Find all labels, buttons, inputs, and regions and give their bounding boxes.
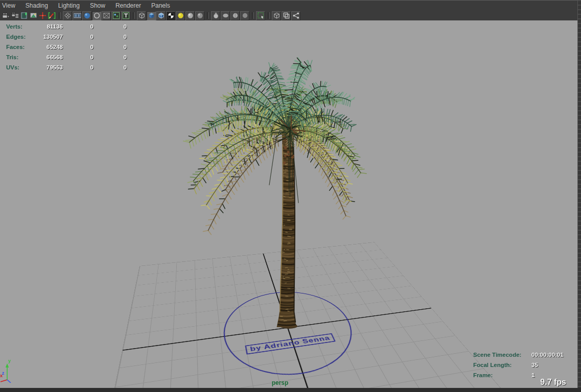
menu-lighting[interactable]: Lighting	[53, 1, 85, 10]
film-gate-icon[interactable]	[63, 11, 72, 20]
frame-brackets-icon[interactable]	[48, 11, 56, 20]
menu-renderer[interactable]: Renderer	[110, 1, 146, 10]
bookmarks-icon[interactable]	[20, 11, 29, 20]
fps-readout: 9.7 fps	[540, 378, 566, 387]
panel-header: ViewShadingLightingShowRendererPanels	[0, 0, 581, 20]
anti-aliasing-icon[interactable]	[240, 11, 249, 20]
camera-info-hud: Scene Timecode:00:00:00:01Focal Length:3…	[473, 350, 564, 380]
image-plane-icon[interactable]	[29, 11, 38, 20]
textured-display-icon[interactable]	[166, 11, 175, 20]
poly-count-total: 81136	[34, 21, 63, 32]
poly-count-total: 130507	[34, 32, 63, 42]
use-all-lights-icon[interactable]	[176, 11, 185, 20]
camera-info-label: Frame:	[473, 370, 531, 380]
camera-info-value: 1	[531, 372, 534, 378]
poly-count-col3: 0	[94, 52, 127, 62]
toolbar-separator	[252, 12, 254, 19]
poly-count-total: 79553	[34, 62, 63, 72]
toolbar	[0, 10, 581, 21]
camera-info-value: 35	[531, 362, 538, 368]
poly-count-row: UVs:7955300	[6, 62, 127, 72]
menu-panels[interactable]: Panels	[146, 1, 175, 10]
menubar: ViewShadingLightingShowRendererPanels	[0, 1, 581, 10]
camera-pivot-icon[interactable]	[38, 11, 47, 20]
shadows-icon[interactable]	[211, 11, 220, 20]
menu-view[interactable]: View	[0, 1, 20, 10]
motion-blur-icon[interactable]	[230, 11, 240, 20]
xray-icon[interactable]	[272, 11, 281, 20]
default-lighting-icon[interactable]	[185, 11, 195, 20]
poly-count-hud: Verts:8113600Edges:13050700Faces:6524800…	[6, 21, 127, 72]
select-camera-icon[interactable]	[2, 11, 10, 20]
poly-count-label: Verts:	[6, 21, 34, 32]
camera-info-row: Scene Timecode:00:00:00:01	[473, 350, 564, 360]
gate-mask-icon[interactable]	[102, 11, 111, 20]
poly-count-total: 66568	[34, 52, 63, 62]
poly-count-col2: 0	[63, 21, 94, 32]
poly-count-col2: 0	[63, 52, 94, 62]
poly-count-col2: 0	[63, 32, 94, 42]
plugin-shading-icon[interactable]	[291, 11, 300, 20]
poly-count-col3: 0	[94, 21, 127, 32]
poly-count-row: Edges:13050700	[6, 32, 127, 42]
ground-grid: by Adriano Senna	[86, 242, 540, 388]
xray-components-icon[interactable]	[282, 11, 291, 20]
poly-count-label: Faces:	[6, 42, 34, 52]
field-chart-icon[interactable]	[111, 11, 121, 20]
wireframe-on-shaded-icon[interactable]	[156, 11, 166, 20]
window-bottom-border	[0, 388, 581, 392]
poly-count-label: UVs:	[6, 62, 34, 72]
camera-info-label: Scene Timecode:	[473, 350, 531, 360]
poly-count-col3: 0	[94, 32, 127, 42]
poly-count-row: Faces:6524800	[6, 42, 127, 52]
perspective-viewport[interactable]: by Adriano Senna Verts:8113600Edges:1305…	[0, 20, 577, 388]
camera-info-label: Focal Length:	[473, 360, 531, 370]
poly-count-row: Tris:6656800	[6, 52, 127, 62]
poly-count-col2: 0	[63, 62, 94, 72]
poly-count-total: 65248	[34, 42, 63, 52]
nurbs-circle-curve[interactable]	[220, 286, 371, 385]
menu-shading[interactable]: Shading	[20, 1, 53, 10]
menu-show[interactable]: Show	[85, 1, 110, 10]
flat-lighting-icon[interactable]	[195, 11, 204, 20]
maya-viewport-window: ViewShadingLightingShowRendererPanels by…	[0, 0, 581, 392]
axis-y-label: y	[8, 358, 11, 363]
panel-right-border	[577, 0, 581, 388]
toolbar-separator	[268, 12, 270, 19]
filmstrip-gate-icon[interactable]	[73, 11, 82, 20]
camera-name-label[interactable]: persp	[265, 379, 295, 386]
poly-count-label: Tris:	[6, 52, 34, 62]
ambient-occlusion-icon[interactable]	[221, 11, 230, 20]
view-axis-gizmo: x y z	[0, 353, 22, 383]
wireframe-display-icon[interactable]	[137, 11, 146, 20]
resolution-gate-icon[interactable]	[92, 11, 101, 20]
toolbar-separator	[133, 12, 135, 19]
axis-z-label: z	[2, 371, 5, 376]
shaded-sphere-icon[interactable]	[82, 11, 91, 20]
smooth-shade-icon[interactable]	[147, 11, 156, 20]
safe-title-icon[interactable]	[121, 11, 130, 20]
poly-count-col3: 0	[94, 62, 127, 72]
toolbar-separator	[207, 12, 209, 19]
poly-count-row: Verts:8113600	[6, 21, 127, 32]
poly-count-label: Edges:	[6, 32, 34, 42]
camera-attributes-icon[interactable]	[11, 11, 19, 20]
toolbar-separator	[59, 12, 61, 19]
poly-count-col3: 0	[94, 42, 127, 52]
poly-count-col2: 0	[63, 42, 94, 52]
camera-info-value: 00:00:00:01	[531, 352, 564, 358]
isolate-select-icon[interactable]	[256, 11, 265, 20]
camera-info-row: Focal Length:35	[473, 360, 564, 370]
